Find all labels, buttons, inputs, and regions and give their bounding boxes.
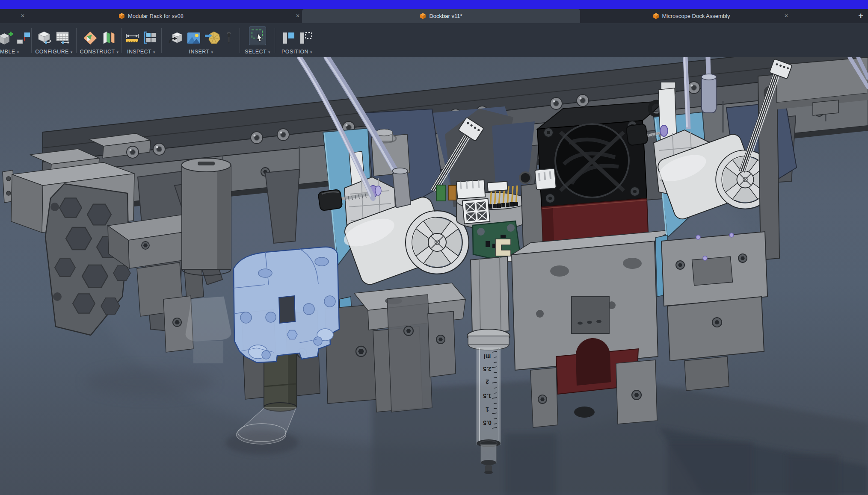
- configuration-table-icon[interactable]: [56, 31, 70, 45]
- active-tool-highlight: [249, 27, 266, 45]
- chevron-down-icon: ▾: [268, 50, 270, 54]
- insert-mesh-icon[interactable]: [204, 31, 221, 45]
- svg-text:ml: ml: [484, 353, 491, 360]
- toolbar-separator: [161, 28, 162, 53]
- chevron-down-icon: ▾: [117, 50, 119, 54]
- chevron-down-icon: ▾: [153, 50, 155, 54]
- milestone-flag-icon[interactable]: [16, 31, 31, 45]
- revert-position-icon[interactable]: [299, 31, 312, 45]
- chevron-down-icon: ▾: [17, 50, 19, 54]
- tab-modular-rack[interactable]: Modular Rack for sv08: [0, 9, 302, 23]
- toolbar-group-position: POSITION▾: [277, 23, 317, 57]
- offset-plane-icon[interactable]: [101, 31, 116, 45]
- document-icon: [653, 13, 659, 19]
- ribbon-toolbar: MBLE▾ CONFIGURE▾: [0, 23, 868, 58]
- title-strip: [0, 0, 868, 9]
- toolbar-separator: [240, 28, 240, 53]
- chevron-down-icon: ▾: [71, 50, 73, 54]
- toolbar-group-label[interactable]: CONFIGURE▾: [33, 49, 74, 55]
- new-tab-button[interactable]: +: [856, 11, 866, 21]
- close-tab-icon[interactable]: ✕: [294, 12, 301, 19]
- tab-label: Microscope Dock Assembly: [662, 13, 730, 19]
- section-analysis-icon[interactable]: [143, 31, 157, 45]
- toolbar-group-label[interactable]: SELECT▾: [242, 49, 273, 55]
- chevron-down-icon: ▾: [310, 50, 312, 54]
- toolbar-group-label[interactable]: MBLE▾: [0, 49, 36, 55]
- chevron-down-icon: ▾: [211, 50, 213, 54]
- tab-label: Modular Rack for sv08: [128, 13, 184, 19]
- svg-text:2.5: 2.5: [483, 365, 492, 372]
- tab-dockbar[interactable]: Dockbar v11*: [302, 9, 580, 23]
- close-tab-icon[interactable]: ✕: [783, 12, 790, 19]
- document-icon: [118, 13, 125, 19]
- cube-add-icon[interactable]: [0, 31, 13, 45]
- svg-text:2: 2: [486, 378, 489, 385]
- tab-label: Dockbar v11*: [429, 13, 462, 19]
- toolbar-group-select: SELECT▾: [242, 23, 273, 57]
- model-scene: ml 2.5 2 1.5 1 0.5: [0, 57, 868, 495]
- toolbar-separator: [121, 28, 121, 53]
- toolbar-separator: [31, 28, 32, 53]
- select-window-icon[interactable]: [251, 28, 264, 42]
- toolbar-group-label[interactable]: CONSTRUCT▾: [79, 49, 120, 55]
- insert-derive-icon[interactable]: [169, 31, 183, 45]
- svg-text:0.5: 0.5: [483, 419, 492, 426]
- toolbar-group-label[interactable]: POSITION▾: [277, 49, 317, 55]
- configuration-cube-icon[interactable]: [38, 31, 52, 45]
- toolbar-group-construct: CONSTRUCT▾: [79, 23, 120, 57]
- toolbar-group-insert: INSERT▾: [163, 23, 239, 57]
- canvas-icon[interactable]: [187, 31, 201, 45]
- document-tabbar: ✕ Modular Rack for sv08 ✕ Dockbar v11* M…: [0, 9, 868, 23]
- toolbar-group-label[interactable]: INSPECT▾: [123, 49, 159, 55]
- tab-microscope-dock[interactable]: Microscope Dock Assembly: [580, 9, 803, 23]
- toolbar-group-assemble: MBLE▾: [0, 23, 36, 57]
- toolbar-group-configure: CONFIGURE▾: [33, 23, 74, 57]
- toolbar-separator: [275, 28, 275, 53]
- toolbar-separator: [76, 28, 77, 53]
- viewport-canvas[interactable]: ml 2.5 2 1.5 1 0.5: [0, 57, 868, 495]
- toolbar-group-label[interactable]: INSERT▾: [163, 49, 239, 55]
- svg-text:1: 1: [486, 406, 489, 413]
- construct-plane-icon[interactable]: [83, 31, 98, 45]
- svg-text:1.5: 1.5: [483, 392, 492, 399]
- selected-part[interactable]: [234, 247, 339, 362]
- measure-icon[interactable]: [125, 31, 139, 45]
- insert-fastener-icon[interactable]: [224, 31, 234, 45]
- capture-position-icon[interactable]: [281, 31, 295, 45]
- document-icon: [420, 13, 426, 19]
- microscope-canister[interactable]: [182, 158, 231, 363]
- toolbar-group-inspect: INSPECT▾: [123, 23, 159, 57]
